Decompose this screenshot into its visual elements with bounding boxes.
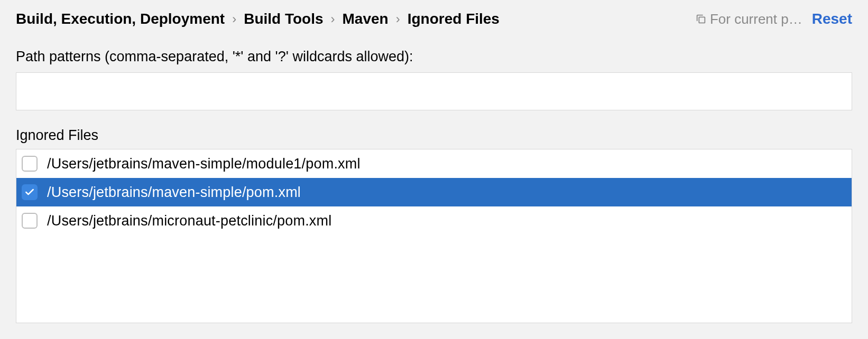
ignored-files-label: Ignored Files — [16, 127, 852, 144]
chevron-right-icon: › — [331, 12, 335, 26]
reset-link[interactable]: Reset — [812, 11, 852, 27]
file-path: /Users/jetbrains/maven-simple/pom.xml — [47, 184, 301, 201]
list-item[interactable]: /Users/jetbrains/micronaut-petclinic/pom… — [16, 206, 852, 235]
settings-content: Path patterns (comma-separated, '*' and … — [0, 33, 868, 323]
scope-indicator[interactable]: For current p… — [695, 11, 802, 27]
breadcrumb-item: Ignored Files — [408, 11, 500, 27]
header-actions: For current p… Reset — [695, 11, 852, 27]
path-patterns-label: Path patterns (comma-separated, '*' and … — [16, 49, 852, 65]
breadcrumb-item[interactable]: Build Tools — [244, 11, 323, 27]
svg-rect-0 — [699, 17, 705, 23]
checkbox[interactable] — [22, 213, 38, 229]
settings-header: Build, Execution, Deployment › Build Too… — [0, 0, 868, 33]
copy-icon — [695, 13, 707, 25]
file-path: /Users/jetbrains/maven-simple/module1/po… — [47, 156, 361, 172]
chevron-right-icon: › — [232, 12, 236, 26]
breadcrumb: Build, Execution, Deployment › Build Too… — [16, 11, 500, 27]
chevron-right-icon: › — [396, 12, 400, 26]
file-path: /Users/jetbrains/micronaut-petclinic/pom… — [47, 213, 331, 229]
list-item[interactable]: /Users/jetbrains/maven-simple/pom.xml — [16, 178, 852, 206]
breadcrumb-item[interactable]: Maven — [343, 11, 389, 27]
breadcrumb-item[interactable]: Build, Execution, Deployment — [16, 11, 225, 27]
ignored-files-list[interactable]: /Users/jetbrains/maven-simple/module1/po… — [16, 149, 852, 323]
checkbox[interactable] — [22, 184, 38, 200]
list-item[interactable]: /Users/jetbrains/maven-simple/module1/po… — [16, 149, 852, 178]
checkbox[interactable] — [22, 156, 38, 172]
scope-label-text: For current p… — [710, 11, 802, 27]
path-patterns-input[interactable] — [16, 72, 852, 110]
